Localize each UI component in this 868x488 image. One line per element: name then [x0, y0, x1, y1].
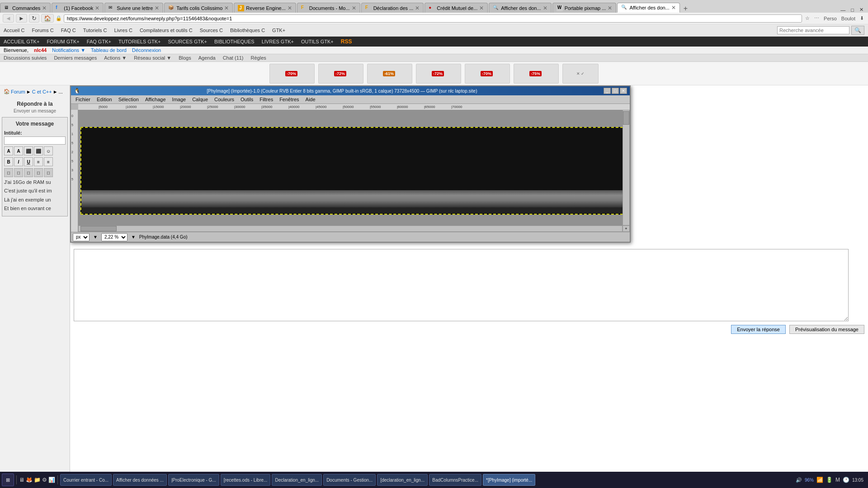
tab-commandes[interactable]: 🖥 Commandes ✕ — [0, 3, 51, 13]
gtk-nav-forum[interactable]: FORUM GTK+ — [47, 39, 79, 44]
taskbar-item-documents[interactable]: Documents - Gestion... — [323, 474, 376, 486]
search-button[interactable]: 🔍 — [851, 26, 864, 35]
nav-sources-c[interactable]: Sources C — [200, 28, 223, 33]
taskbar-item-afficher[interactable]: Afficher des données ... — [113, 474, 167, 486]
gtk-nav-faq[interactable]: FAQ GTK+ — [87, 39, 111, 44]
subnav-actions[interactable]: Actions ▼ — [104, 55, 127, 61]
gimp-maximize[interactable]: □ — [612, 88, 619, 94]
insert-btn-2[interactable]: □ — [14, 168, 23, 177]
home-button[interactable]: 🏠 — [41, 14, 54, 23]
gtk-nav-outils[interactable]: OUTILS GTK+ — [301, 39, 334, 44]
network-icon[interactable]: 📶 — [816, 477, 823, 483]
taskbar-item-declaration2[interactable]: [declaration_en_lign... — [377, 474, 428, 486]
taskbar-item-phyimage[interactable]: *[PhyImage] (importé... — [483, 474, 535, 486]
message-textarea[interactable] — [74, 249, 849, 321]
tab-facebook[interactable]: f (1) Facebook ✕ — [52, 3, 104, 13]
tab-close-declaration[interactable]: ✕ — [415, 5, 420, 11]
dashboard-link[interactable]: Tableau de bord — [91, 47, 127, 53]
notifications-link[interactable]: Notifications ▼ — [52, 47, 85, 53]
ad-1[interactable]: -70% — [269, 64, 315, 84]
intitule-input[interactable] — [4, 136, 66, 145]
gimp-close[interactable]: ✕ — [620, 88, 627, 94]
nav-compil-c[interactable]: Compilateurs et outils C — [140, 28, 193, 33]
nav-accueil[interactable]: Accueil C — [4, 28, 24, 33]
gimp-canvas[interactable] — [78, 110, 630, 232]
insert-btn-5[interactable]: □ — [44, 168, 53, 177]
gtk-nav-livres[interactable]: LIVRES GTK+ — [262, 39, 294, 44]
ad-3[interactable]: -61% — [367, 64, 412, 84]
gimp-menu-affichage[interactable]: Affichage — [142, 96, 169, 103]
download-icon[interactable]: ⬇ — [859, 15, 865, 21]
gimp-menu-fenetres[interactable]: Fenêtres — [277, 96, 302, 103]
gimp-menu-aide[interactable]: Aide — [303, 96, 318, 103]
start-button[interactable]: ⊞ — [2, 474, 14, 486]
preview-button[interactable]: Prévisualisation du message — [789, 325, 864, 334]
align-right-button[interactable]: ≡ — [44, 157, 53, 166]
gimp-unit-dropdown[interactable]: ▼ — [93, 235, 98, 239]
send-reply-button[interactable]: Envoyer la réponse — [731, 325, 786, 334]
gimp-menu-selection[interactable]: Sélection — [116, 96, 142, 103]
tab-close-credit[interactable]: ✕ — [479, 5, 484, 11]
underline-button[interactable]: U — [24, 157, 33, 166]
gimp-menu-edition[interactable]: Edition — [94, 96, 115, 103]
taskbar-item-bad-columns[interactable]: BadColumnsPractice... — [429, 474, 481, 486]
insert-btn-3[interactable]: □ — [24, 168, 33, 177]
tab-close-facebook[interactable]: ✕ — [95, 5, 99, 11]
ad-close[interactable]: ✕ ✓ — [562, 64, 599, 84]
forward-button[interactable]: ► — [16, 14, 27, 23]
gimp-menu-calque[interactable]: Calque — [189, 96, 211, 103]
subnav-derniers[interactable]: Derniers messages — [54, 55, 97, 61]
gimp-unit-selector[interactable]: px — [73, 233, 90, 241]
gimp-window[interactable]: 🐧 [PhyImage] (Importée)-1.0 (Couleur RVB… — [70, 85, 631, 243]
taskbar-item-courrier[interactable]: Courrier entrant - Co... — [60, 474, 112, 486]
tab-credit[interactable]: ● Crédit Mutuel de... ✕ — [425, 3, 488, 13]
gimp-zoom-dropdown[interactable]: ▼ — [131, 235, 136, 239]
subnav-chat[interactable]: Chat (11) — [223, 55, 244, 61]
logout-link[interactable]: Déconnexion — [132, 47, 161, 53]
font-btn-1[interactable]: A — [4, 146, 13, 155]
nav-faq-c[interactable]: FAQ C — [61, 28, 76, 33]
align-left-button[interactable]: ≡ — [34, 157, 43, 166]
nav-tutoriels-c[interactable]: Tutoriels C — [83, 28, 107, 33]
breadcrumb-forum[interactable]: Forum — [11, 89, 25, 94]
gtk-nav-sources[interactable]: SOURCES GTK+ — [168, 39, 208, 44]
tab-colissimo[interactable]: 📦 Tarifs colis Colissimo ✕ — [164, 3, 233, 13]
smiley-btn[interactable]: ☺ — [44, 146, 53, 155]
gimp-corner-expand[interactable]: + — [623, 225, 630, 232]
gimp-menu-outils[interactable]: Outils — [238, 96, 256, 103]
taskbar-item-recettes[interactable]: [recettes.ods - Libre... — [221, 474, 271, 486]
gimp-scrollbar-v-thumb[interactable] — [623, 111, 629, 125]
subnav-agenda[interactable]: Agenda — [198, 55, 216, 61]
gtk-nav-tutoriels[interactable]: TUTORIELS GTK+ — [118, 39, 161, 44]
tab-declaration[interactable]: F Déclaration des ... ✕ — [361, 3, 424, 13]
color-btn-1[interactable]: ⬛ — [24, 146, 33, 155]
gtk-nav-accueil[interactable]: ACCUEIL GTK+ — [4, 39, 39, 44]
tab-close-pixmap[interactable]: ✕ — [608, 5, 612, 11]
subnav-blogs[interactable]: Blogs — [179, 55, 191, 61]
taskbar-icon-1[interactable]: 🖥 — [19, 477, 24, 483]
insert-btn-4[interactable]: □ — [34, 168, 43, 177]
gimp-menu-filtres[interactable]: Filtres — [257, 96, 276, 103]
tab-close-documents[interactable]: ✕ — [352, 5, 356, 11]
font-btn-2[interactable]: A — [14, 146, 23, 155]
minimize-button[interactable]: — — [838, 7, 848, 13]
gimp-menu-image[interactable]: Image — [170, 96, 189, 103]
taskbar-item-declaration[interactable]: Declaration_en_lign... — [272, 474, 322, 486]
tab-suivre[interactable]: ✉ Suivre une lettre ✕ — [104, 3, 163, 13]
gimp-menu-couleurs[interactable]: Couleurs — [212, 96, 237, 103]
url-input[interactable] — [64, 14, 802, 23]
taskbar-icon-4[interactable]: ⚙ — [42, 477, 47, 483]
subnav-discussions[interactable]: Discussions suivies — [4, 55, 47, 61]
ad-6[interactable]: -75% — [514, 64, 559, 84]
taskbar-icon-2[interactable]: 🦊 — [26, 477, 33, 483]
maximize-button[interactable]: □ — [848, 7, 857, 13]
gimp-scrollbar-horizontal[interactable] — [78, 225, 623, 232]
taskbar-icon-3[interactable]: 📁 — [34, 477, 41, 483]
nav-gtk[interactable]: GTK+ — [272, 28, 285, 33]
subnav-regles[interactable]: Règles — [251, 55, 266, 61]
search-input[interactable] — [777, 26, 849, 34]
nav-livres-c[interactable]: Livres C — [114, 28, 132, 33]
tab-close-colissimo[interactable]: ✕ — [224, 5, 229, 11]
reload-button[interactable]: ↻ — [29, 14, 39, 23]
username-link[interactable]: nlc44 — [34, 47, 47, 53]
